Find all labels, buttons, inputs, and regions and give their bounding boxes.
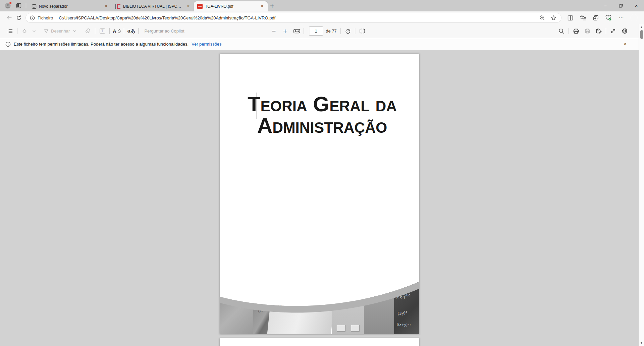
zoom-out-button[interactable]: − [269,26,278,36]
address-bar[interactable]: Ficheiro C:/Users/ISPCAALA/Desktop/Capa%… [25,13,561,23]
save-as-button[interactable] [594,26,603,36]
page-number-input[interactable] [309,26,323,36]
profile-avatar[interactable] [3,1,13,10]
scroll-up-arrow[interactable]: ▲ [639,26,644,28]
minimize-button[interactable]: ─ [598,0,613,11]
pdf-viewport[interactable]: Teoria Geral da Administração 4x² (2x²) … [0,50,644,346]
monitor-shape [336,290,346,298]
draw-options-button[interactable] [70,26,79,36]
tab-novo-separador[interactable]: Novo separador ✕ [28,1,112,11]
pdf-toolbar-center: − + de 77 [269,26,367,36]
collections-button[interactable] [590,13,601,22]
tab-biblioteca-virtual[interactable]: BIBLIOTECA VIRTUAL | ISPCAALA ✕ [112,1,194,11]
toolbar-divider [304,28,304,34]
pdf-settings-button[interactable] [620,26,629,36]
table-of-contents-button[interactable] [5,26,15,36]
pdf-file-icon: PDF [197,4,203,9]
permissions-message: Este ficheiro tem permissões limitadas. … [14,42,189,47]
tab-tga-livro-pdf[interactable]: PDF TGA-LIVRO.pdf ✕ [194,1,268,11]
refresh-icon [16,15,22,21]
cover-photo-collage: 4x² (2x²) 32 50e (3y)⁴ [(x+y)⁻² First Da… [220,263,419,334]
toolbar-divider [124,28,124,34]
tab-label: TGA-LIVRO.pdf [205,4,257,9]
collage-classroom-photo [220,280,253,334]
monitor-shape [352,297,363,306]
highlight-button[interactable] [20,26,29,36]
url-text[interactable]: C:/Users/ISPCAALA/Desktop/Capa%20de%20Li… [59,15,535,20]
split-screen-button[interactable] [565,13,576,22]
page-count-label: de 77 [326,28,337,34]
scrollbar-thumb[interactable] [640,30,643,39]
ask-copilot-field[interactable]: Perguntar ao Copilot [144,28,184,34]
print-button[interactable] [571,26,581,36]
document-title[interactable]: Teoria Geral da Administração [220,93,419,136]
document-title-line1[interactable]: Teoria Geral da [225,93,419,115]
photo-thumb [351,325,360,332]
star-icon [551,15,556,21]
vertical-scrollbar[interactable]: ▲ ▼ [639,24,644,346]
eraser-icon [85,28,91,34]
search-icon [558,28,565,34]
settings-and-more-button[interactable]: ⋯ [616,13,627,22]
toolbar-divider [138,28,139,34]
tab-actions-icon [16,3,21,8]
highlight-options-button[interactable] [29,26,39,36]
favorite-this-page-button[interactable] [549,13,558,22]
view-permissions-link[interactable]: Ver permissões [192,42,222,47]
save-button[interactable] [583,26,592,36]
save-icon [585,28,590,34]
copilot-icon [630,14,638,21]
toolbar-divider [340,28,341,34]
favorites-bar-button[interactable] [578,13,588,22]
close-tab-icon[interactable]: ✕ [259,4,265,9]
zoom-in-button[interactable]: + [280,26,290,36]
toolbar-divider [109,28,110,34]
add-text-icon: T [100,28,105,34]
url-scheme-label: Ficheiro [38,15,53,20]
tab-actions-menu-button[interactable] [15,2,23,10]
close-window-button[interactable]: ✕ [629,0,644,11]
toolbar-divider [569,28,569,34]
chalk-formula: 32 [404,289,409,293]
search-document-button[interactable] [557,26,566,36]
translate-button[interactable]: aあ [126,26,136,36]
highlighter-icon [21,28,28,34]
pdf-page-2 [220,338,419,346]
read-aloud-button[interactable]: A [112,26,121,36]
pdf-toolbar-right [557,26,639,36]
close-tab-icon[interactable]: ✕ [103,4,109,9]
erase-button[interactable] [83,26,93,36]
translate-icon: aあ [127,28,135,34]
library-logo-icon [115,4,121,9]
restore-button[interactable] [613,0,629,11]
refresh-button[interactable] [14,13,23,22]
rotate-button[interactable] [343,26,353,36]
chalk-formula: [(x+y)⁻² [397,323,411,327]
fit-to-width-button[interactable] [292,26,301,36]
enter-fullscreen-button[interactable] [608,26,618,36]
new-tab-button[interactable]: + [268,1,276,10]
rotate-icon [345,28,351,34]
file-info-icon [30,15,35,20]
copilot-button[interactable] [629,13,639,22]
window-controls: ─ ✕ [598,0,644,11]
back-arrow-icon [6,15,12,21]
document-title-line2[interactable]: Administração [225,115,419,136]
close-tab-icon[interactable]: ✕ [185,4,191,9]
table-of-contents-icon [7,28,13,34]
toolbar-divider [606,28,606,34]
back-button[interactable] [5,13,14,22]
tab-label: BIBLIOTECA VIRTUAL | ISPCAALA [123,4,183,9]
page-view-button[interactable] [358,26,367,36]
pdf-toolbar-left: Desenhar T A aあ [5,26,184,36]
zoom-indicator-button[interactable] [538,13,546,22]
add-text-button[interactable]: T [98,26,107,36]
draw-button[interactable]: Desenhar [43,26,70,36]
read-aloud-waves-icon [118,29,121,34]
dismiss-info-bar-button[interactable]: ✕ [621,40,629,48]
split-screen-icon [567,15,574,21]
chevron-down-icon [32,29,36,33]
browser-essentials-button[interactable] [603,13,614,22]
scroll-down-arrow[interactable]: ▼ [639,342,644,344]
permissions-info-bar: Este ficheiro tem permissões limitadas. … [0,38,644,50]
